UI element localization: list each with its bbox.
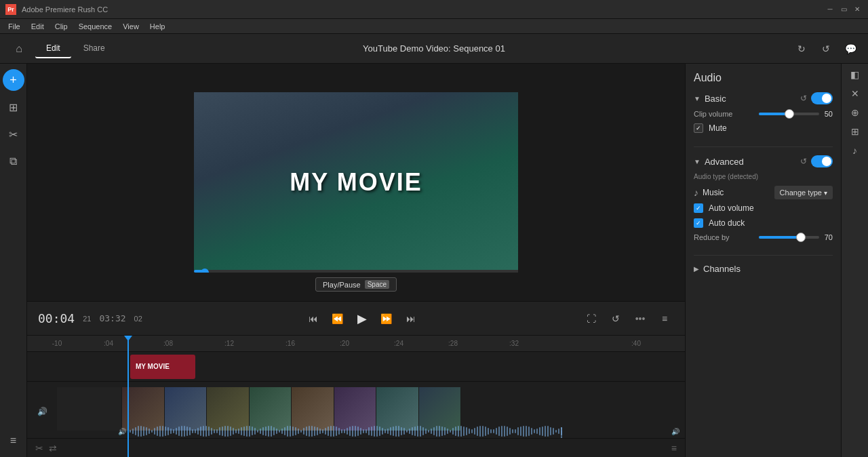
basic-section-header[interactable]: ▼ Basic ↺ [694, 92, 833, 104]
channels-label: Channels [703, 264, 741, 274]
advanced-section-header[interactable]: ▼ Advanced ↺ [694, 155, 833, 167]
title-clip-label: MY MOVIE [136, 363, 170, 370]
basic-arrow: ▼ [694, 95, 701, 102]
comment-icon[interactable]: 💬 [841, 39, 860, 58]
channels-section: ▶ Channels [694, 264, 833, 274]
skip-back-button[interactable]: ⏮ [304, 309, 323, 328]
more-button[interactable]: ••• [631, 309, 650, 328]
advanced-label: Advanced [705, 157, 796, 167]
fast-forward-button[interactable]: ⏩ [377, 309, 396, 328]
panel-color-icon[interactable]: ◧ [850, 69, 859, 80]
mute-checkbox[interactable] [694, 123, 703, 133]
tools-icon[interactable]: ✂ [3, 123, 24, 145]
rewind-button[interactable]: ⏪ [328, 309, 347, 328]
basic-toggle[interactable] [811, 92, 833, 104]
menubar: File Edit Clip Sequence View Help [0, 19, 868, 34]
main-layout: + ⊞ ✂ ⧉ ≡ MY MOVIE Play/Pause Space [0, 64, 868, 457]
minimize-button[interactable]: ─ [825, 4, 835, 15]
skip-forward-button[interactable]: ⏭ [401, 309, 420, 328]
left-sidebar: + ⊞ ✂ ⧉ ≡ [0, 64, 27, 457]
clip-volume-slider[interactable] [759, 113, 818, 115]
undo-icon[interactable]: ↺ [816, 39, 835, 58]
video-mute-icon[interactable]: 🔊 [37, 407, 47, 416]
change-type-label: Change type [780, 188, 822, 197]
bottom-toolbar: ✂ ⇄ ≡ [27, 438, 685, 457]
tab-edit[interactable]: Edit [35, 39, 71, 58]
video-track-controls: 🔊 [27, 382, 57, 441]
menu-sequence[interactable]: Sequence [73, 21, 118, 32]
basic-reset-icon[interactable]: ↺ [800, 94, 807, 103]
tab-share[interactable]: Share [73, 39, 116, 58]
auto-duck-label: Auto duck [709, 218, 745, 228]
list-view-icon[interactable]: ≡ [669, 443, 679, 454]
panel-content: Audio ▼ Basic ↺ Clip volume [686, 64, 841, 457]
panel-transform-icon[interactable]: ⊕ [851, 107, 859, 118]
advanced-toggle[interactable] [811, 155, 833, 167]
title-clip[interactable]: MY MOVIE [130, 355, 195, 379]
audio-right-icon: 🔊 [671, 428, 679, 435]
right-panel: Audio ▼ Basic ↺ Clip volume [685, 64, 868, 457]
panel-effects-icon[interactable]: ⊞ [851, 126, 859, 137]
menu-edit[interactable]: Edit [26, 21, 50, 32]
menu-view[interactable]: View [117, 21, 144, 32]
audio-type-detected: Audio type (detected) [694, 173, 833, 180]
fit-button[interactable]: ⛶ [582, 309, 601, 328]
scissors-tool[interactable]: ✂ [33, 443, 46, 454]
tooltip-key: Space [365, 280, 389, 289]
clip-volume-thumb[interactable] [785, 109, 794, 119]
sync-icon[interactable]: ↻ [792, 39, 811, 58]
title-track: MY MOVIE [27, 352, 685, 382]
preview-movie-title: MY MOVIE [290, 168, 422, 197]
audio-wave: 🔊 document.write(Array.from({length:160}… [57, 424, 685, 438]
advanced-reset-icon[interactable]: ↺ [800, 157, 807, 166]
media-icon[interactable]: ⊞ [3, 96, 24, 118]
change-type-button[interactable]: Change type ▾ [774, 186, 833, 199]
play-tooltip: Play/Pause Space [315, 277, 397, 292]
audio-type-row: ♪ Music Change type ▾ [694, 186, 833, 199]
clip-volume-label: Clip volume [694, 110, 753, 118]
ripple-tool[interactable]: ⇄ [46, 443, 60, 454]
channels-header[interactable]: ▶ Channels [694, 264, 833, 274]
titlebar: Pr Adobe Premiere Rush CC ─ ▭ ✕ [0, 0, 868, 19]
preview-progress-bar[interactable] [194, 270, 518, 273]
home-button[interactable]: ⌂ [8, 38, 30, 60]
time-total-frames: 02 [134, 315, 142, 323]
music-icon: ♪ [694, 187, 698, 198]
settings-icon[interactable]: ≡ [3, 430, 24, 452]
menu-clip[interactable]: Clip [50, 21, 73, 32]
playhead[interactable] [127, 336, 129, 457]
loop-button[interactable]: ↺ [606, 309, 625, 328]
clip-volume-row: Clip volume 50 [694, 110, 833, 118]
panel-crop-icon[interactable]: ✕ [851, 88, 859, 99]
transitions-icon[interactable]: ⧉ [3, 151, 24, 172]
reduce-by-thumb[interactable] [796, 233, 806, 242]
panel-audio-icon[interactable]: ♪ [852, 145, 857, 156]
basic-label: Basic [705, 94, 796, 104]
audio-left-icon: 🔊 [118, 428, 126, 435]
auto-volume-checkbox[interactable] [694, 203, 703, 213]
app-header: ⌂ Edit Share YouTube Demo Video: Sequenc… [0, 34, 868, 64]
play-button[interactable]: ▶ [353, 309, 372, 328]
reduce-by-label: Reduce by [694, 233, 753, 241]
center-panel: MY MOVIE Play/Pause Space 00:04 21 03:32… [27, 64, 685, 457]
timecode-frames: 21 [83, 315, 91, 323]
transport-controls: 00:04 21 03:32 02 ⏮ ⏪ ▶ ⏩ ⏭ ⛶ ↺ ••• ≡ [27, 301, 685, 335]
menu-help[interactable]: Help [144, 21, 171, 32]
close-button[interactable]: ✕ [852, 4, 863, 15]
auto-volume-label: Auto volume [709, 203, 754, 213]
reduce-by-slider[interactable] [759, 236, 818, 239]
mute-row: Mute [694, 123, 833, 133]
preview-frame: MY MOVIE [194, 92, 518, 273]
channels-arrow: ▶ [694, 265, 699, 273]
sequence-title: YouTube Demo Video: Sequence 01 [363, 43, 505, 54]
add-button[interactable]: + [3, 69, 24, 91]
audio-button[interactable]: ≡ [655, 309, 674, 328]
audio-type-label: Music [703, 188, 770, 197]
maximize-button[interactable]: ▭ [838, 4, 849, 15]
auto-duck-checkbox[interactable] [694, 218, 703, 228]
advanced-section: ▼ Advanced ↺ Audio type (detected) ♪ Mus… [694, 155, 833, 256]
advanced-arrow: ▼ [694, 158, 701, 165]
playhead-thumb[interactable] [201, 269, 209, 273]
menu-file[interactable]: File [3, 21, 26, 32]
app-title: Adobe Premiere Rush CC [22, 5, 825, 14]
